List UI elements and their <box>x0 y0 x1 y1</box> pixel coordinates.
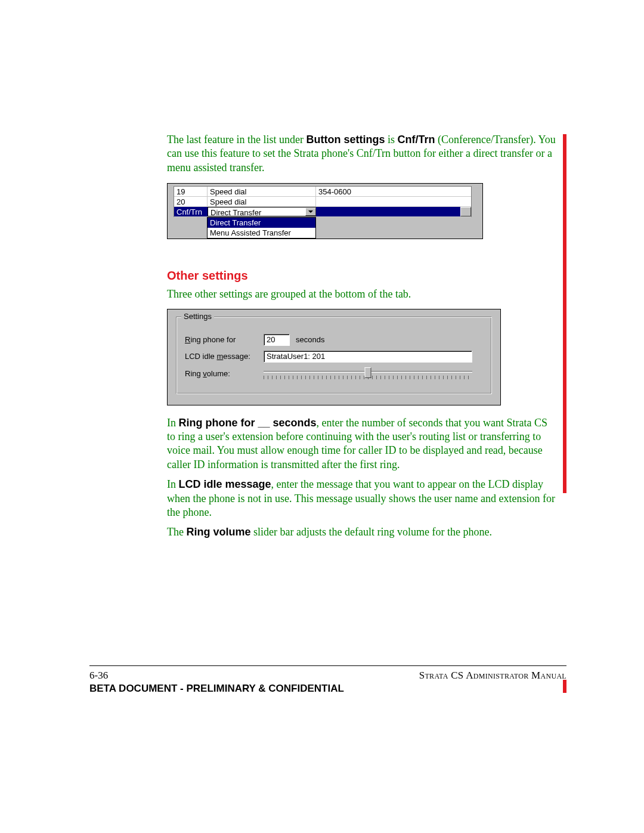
row-lcd-idle-message: LCD idle message: <box>185 351 483 363</box>
cell-value <box>316 207 471 216</box>
scrollbar-stub[interactable] <box>460 207 471 216</box>
cell-type-combo[interactable]: Direct Transfer <box>208 207 316 216</box>
bold-ring-phone: Ring phone for __ seconds <box>179 417 317 429</box>
slider-thumb[interactable] <box>365 367 371 378</box>
cell-value <box>316 197 471 206</box>
text: In <box>167 417 179 429</box>
paragraph-ring-phone: In Ring phone for __ seconds, enter the … <box>167 416 557 472</box>
cell-key: Cnf/Trn <box>174 207 208 216</box>
label-ring-volume: Ring volume: <box>185 369 264 378</box>
table-row[interactable]: 19 Speed dial 354-0600 <box>174 187 471 197</box>
other-settings-intro: Three other settings are grouped at the … <box>167 287 557 301</box>
intro-bold-cnf-trn: Cnf/Trn <box>397 134 435 145</box>
button-table: 19 Speed dial 354-0600 20 Speed dial Cnf… <box>174 186 472 217</box>
label-seconds: seconds <box>296 335 324 344</box>
figure-button-settings: 19 Speed dial 354-0600 20 Speed dial Cnf… <box>167 183 557 239</box>
row-ring-volume: Ring volume: <box>185 367 483 380</box>
bold-ring-volume: Ring volume <box>186 526 250 538</box>
footer-rule <box>89 665 566 666</box>
confidential-notice: BETA DOCUMENT - PRELIMINARY & CONFIDENTI… <box>89 683 566 695</box>
bold-lcd-idle: LCD idle message <box>179 478 271 490</box>
table-row[interactable]: 20 Speed dial <box>174 197 471 207</box>
label-lcd-idle: LCD idle message: <box>185 352 264 361</box>
intro-text-1: The last feature in the list under <box>167 134 306 145</box>
settings-groupbox: Settings Ring phone for seconds LCD idle… <box>176 317 492 394</box>
figure-settings-group: Settings Ring phone for seconds LCD idle… <box>167 309 557 405</box>
heading-other-settings: Other settings <box>167 269 557 283</box>
win98-panel: 19 Speed dial 354-0600 20 Speed dial Cnf… <box>167 183 483 239</box>
page-footer: 6-36 Strata CS Administrator Manual BETA… <box>89 665 566 695</box>
cell-key: 19 <box>174 187 208 196</box>
intro-text-2: is <box>385 134 397 145</box>
cell-type: Speed dial <box>208 187 316 196</box>
paragraph-lcd-idle: In LCD idle message, enter the message t… <box>167 478 557 519</box>
text: In <box>167 478 179 490</box>
dropdown-item-menu-assisted[interactable]: Menu Assisted Transfer <box>208 228 315 238</box>
cell-value: 354-0600 <box>316 187 471 196</box>
text: slider bar adjusts the default ring volu… <box>251 526 492 538</box>
cell-key: 20 <box>174 197 208 206</box>
row-ring-phone-for: Ring phone for seconds <box>185 334 483 346</box>
cell-type: Speed dial <box>208 197 316 206</box>
footer-row: 6-36 Strata CS Administrator Manual <box>89 670 566 682</box>
body-content: The last feature in the list under Butto… <box>167 133 557 540</box>
label-ring-phone-for: Ring phone for <box>185 335 264 344</box>
lcd-idle-input[interactable] <box>264 351 472 363</box>
footer-change-bar <box>563 680 566 693</box>
intro-bold-button-settings: Button settings <box>306 134 385 145</box>
paragraph-ring-volume: The Ring volume slider bar adjusts the d… <box>167 525 557 539</box>
intro-paragraph: The last feature in the list under Butto… <box>167 133 557 175</box>
table-row-selected[interactable]: Cnf/Trn Direct Transfer <box>174 207 471 217</box>
chevron-down-icon[interactable] <box>305 208 316 216</box>
win98-panel-2: Settings Ring phone for seconds LCD idle… <box>167 309 501 405</box>
transfer-dropdown[interactable]: Direct Transfer Menu Assisted Transfer <box>207 217 316 239</box>
combo-value: Direct Transfer <box>210 208 261 217</box>
ring-seconds-input[interactable] <box>264 334 290 346</box>
manual-title: Strata CS Administrator Manual <box>419 670 566 682</box>
dropdown-item-direct-transfer[interactable]: Direct Transfer <box>208 218 315 228</box>
ring-volume-slider[interactable] <box>264 367 472 380</box>
document-page: The last feature in the list under Butto… <box>0 0 644 833</box>
change-bar <box>563 134 566 493</box>
label-ring-rest: ing phone for <box>190 335 236 344</box>
page-number: 6-36 <box>89 670 108 682</box>
text: The <box>167 526 186 538</box>
groupbox-legend: Settings <box>181 312 214 321</box>
